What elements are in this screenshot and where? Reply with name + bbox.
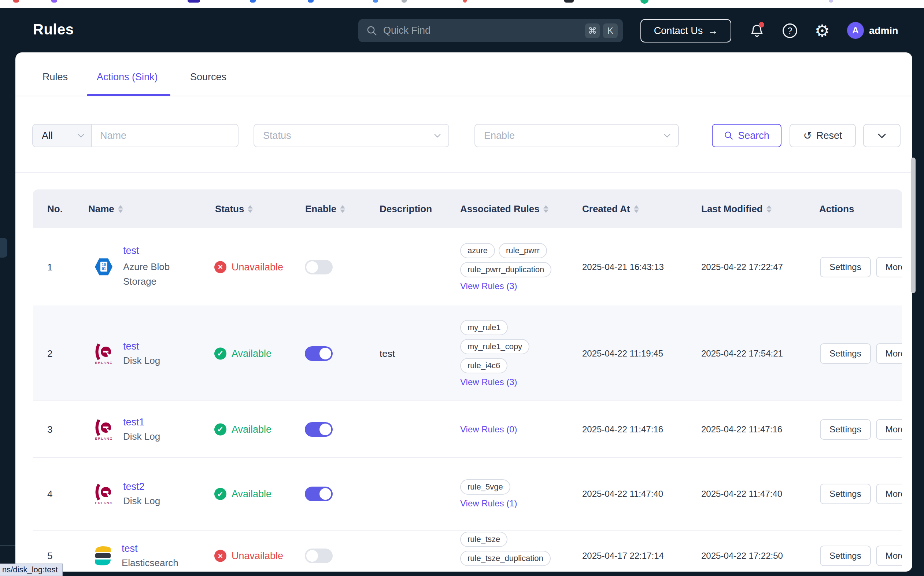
settings-button[interactable]: Settings bbox=[820, 546, 871, 566]
table-row: 3 ERLANG test1 Disk Log bbox=[33, 401, 902, 458]
last-modified-cell: 2025-04-22 11:47:16 bbox=[701, 424, 782, 435]
toggle-knob bbox=[306, 261, 318, 273]
available-icon: ✓ bbox=[214, 347, 226, 360]
settings-button[interactable]: Settings bbox=[820, 484, 871, 504]
toggle-knob bbox=[320, 424, 331, 435]
rule-tag: rule_pwrr_duplication bbox=[460, 262, 552, 277]
enable-toggle[interactable] bbox=[305, 260, 333, 274]
associated-rules-cell: rule_tsze rule_tsze_duplication View Rul… bbox=[460, 532, 557, 571]
col-associated-rules[interactable]: Associated Rules bbox=[460, 189, 548, 228]
created-at-cell: 2025-04-22 11:47:16 bbox=[582, 424, 663, 435]
tab-sources[interactable]: Sources bbox=[190, 72, 226, 83]
type-filter-select[interactable]: All bbox=[33, 125, 92, 147]
rule-tag: azure bbox=[460, 243, 495, 258]
status-filter-select[interactable]: Status bbox=[254, 124, 449, 147]
reset-button[interactable]: ↺ Reset bbox=[790, 124, 856, 147]
shortcut-k-key: K bbox=[603, 24, 618, 38]
col-enable[interactable]: Enable bbox=[305, 189, 345, 228]
reset-icon: ↺ bbox=[803, 130, 812, 142]
rule-tag: rule_tsze bbox=[460, 532, 507, 547]
notifications-bell-icon[interactable] bbox=[748, 22, 766, 40]
created-at-cell: 2025-04-22 11:19:45 bbox=[582, 349, 663, 359]
tab-actions-sink[interactable]: Actions (Sink) bbox=[97, 72, 158, 83]
svg-text:?: ? bbox=[787, 26, 792, 35]
quick-find-search[interactable]: Quick Find ⌘ K bbox=[358, 19, 623, 42]
browser-tabbar-sliver bbox=[0, 0, 924, 8]
view-rules-link[interactable]: View Rules (1) bbox=[460, 498, 557, 509]
avatar[interactable]: A bbox=[847, 22, 864, 39]
rule-tag: rule_5vge bbox=[460, 479, 510, 494]
sort-icon[interactable] bbox=[766, 205, 772, 213]
view-rules-link[interactable]: View Rules (3) bbox=[460, 281, 557, 291]
col-created-at[interactable]: Created At bbox=[582, 189, 639, 228]
associated-rules-cell: View Rules (0) bbox=[460, 424, 517, 435]
sidebar-drawer-handle[interactable] bbox=[0, 238, 7, 258]
status-badge: ✓ Available bbox=[214, 347, 272, 360]
tab-rules[interactable]: Rules bbox=[43, 72, 68, 83]
col-name[interactable]: Name bbox=[88, 189, 123, 228]
view-rules-link[interactable]: View Rules (3) bbox=[460, 377, 557, 387]
sort-icon[interactable] bbox=[340, 205, 345, 213]
enable-toggle[interactable] bbox=[305, 422, 333, 437]
view-rules-link[interactable]: View Rules (2) bbox=[460, 570, 557, 571]
expand-filters-button[interactable] bbox=[863, 124, 900, 147]
vertical-scrollbar[interactable] bbox=[911, 158, 916, 293]
last-modified-cell: 2025-04-22 17:22:50 bbox=[701, 551, 783, 561]
search-button[interactable]: Search bbox=[712, 124, 782, 147]
browser-favicon-sliver bbox=[463, 0, 467, 3]
elasticsearch-icon bbox=[94, 546, 112, 566]
name-filter-input[interactable] bbox=[92, 125, 238, 147]
unavailable-icon: × bbox=[214, 550, 226, 562]
sort-icon[interactable] bbox=[248, 205, 253, 213]
more-button[interactable]: More bbox=[876, 546, 902, 566]
status-badge: × Unavailable bbox=[214, 550, 283, 562]
contact-us-button[interactable]: Contact Us → bbox=[640, 19, 731, 43]
table-row: 2 ERLANG test Disk Log bbox=[33, 306, 902, 401]
more-button[interactable]: More bbox=[876, 257, 902, 277]
settings-gear-icon[interactable]: ⚙ bbox=[813, 22, 831, 40]
settings-button[interactable]: Settings bbox=[820, 343, 871, 364]
action-name-link[interactable]: test1 bbox=[123, 417, 160, 428]
enable-filter-select[interactable]: Enable bbox=[475, 124, 679, 147]
action-name-link[interactable]: test bbox=[123, 341, 160, 352]
more-button[interactable]: More bbox=[876, 484, 902, 504]
settings-button[interactable]: Settings bbox=[820, 257, 871, 277]
col-last-modified[interactable]: Last Modified bbox=[701, 189, 772, 228]
more-button[interactable]: More bbox=[876, 419, 902, 440]
browser-favicon-sliver bbox=[13, 0, 19, 3]
enable-toggle[interactable] bbox=[305, 486, 333, 501]
browser-favicon-sliver bbox=[188, 0, 200, 3]
action-name-link[interactable]: test2 bbox=[123, 481, 160, 493]
more-button[interactable]: More bbox=[876, 343, 902, 364]
search-placeholder: Quick Find bbox=[383, 25, 582, 36]
connector-type-label: Disk Log bbox=[123, 495, 160, 507]
settings-button[interactable]: Settings bbox=[820, 419, 871, 440]
action-name-link[interactable]: test bbox=[121, 543, 178, 554]
svg-text:ERLANG: ERLANG bbox=[95, 437, 113, 440]
erlang-disk-log-icon: ERLANG bbox=[94, 342, 114, 365]
active-tab-underline bbox=[87, 94, 170, 96]
enable-toggle[interactable] bbox=[305, 549, 333, 563]
col-description: Description bbox=[380, 189, 432, 228]
action-name-link[interactable]: test bbox=[123, 245, 198, 256]
username-label: admin bbox=[869, 25, 898, 37]
sort-icon[interactable] bbox=[544, 205, 548, 213]
col-actions: Actions bbox=[819, 189, 854, 228]
notification-dot bbox=[759, 22, 764, 27]
sort-icon[interactable] bbox=[634, 205, 639, 213]
view-rules-link[interactable]: View Rules (0) bbox=[460, 424, 517, 435]
browser-favicon-sliver bbox=[250, 0, 256, 3]
rule-tag: rule_i4c6 bbox=[460, 358, 507, 373]
app-background: Rules Quick Find ⌘ K Contact Us → ? ⚙ A … bbox=[0, 8, 924, 576]
search-icon bbox=[366, 25, 377, 36]
col-no: No. bbox=[47, 189, 62, 228]
sort-icon[interactable] bbox=[118, 205, 123, 213]
browser-favicon-sliver bbox=[373, 0, 378, 3]
col-status[interactable]: Status bbox=[215, 189, 253, 228]
enable-toggle[interactable] bbox=[305, 346, 333, 361]
status-badge: ✓ Available bbox=[214, 488, 272, 500]
available-icon: ✓ bbox=[214, 423, 226, 435]
created-at-cell: 2025-04-22 11:47:40 bbox=[582, 489, 663, 499]
help-icon[interactable]: ? bbox=[781, 22, 799, 40]
content-card: Rules Actions (Sink) Sources All Status … bbox=[15, 53, 912, 571]
